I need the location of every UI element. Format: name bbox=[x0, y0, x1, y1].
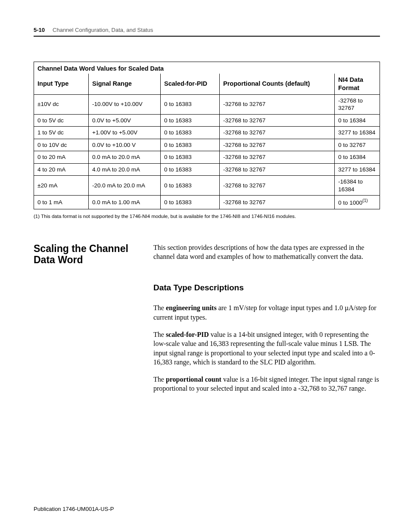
col-head-prop-counts: Proportional Counts (default) bbox=[220, 74, 335, 94]
table-row: 0 to 10V dc 0.0V to +10.00 V 0 to 16383 … bbox=[34, 139, 380, 151]
cell: 0 to 5V dc bbox=[34, 114, 89, 127]
chapter-title: Channel Configuration, Data, and Status bbox=[53, 27, 153, 33]
section-heading-column: Scaling the Channel Data Word bbox=[34, 243, 141, 401]
cell: 0 to 16384 bbox=[335, 114, 380, 127]
cell: 0.0V to +5.00V bbox=[89, 114, 161, 127]
col-head-input-type: Input Type bbox=[34, 74, 89, 94]
cell: -32768 to 32767 bbox=[220, 94, 335, 114]
term-engineering-units: engineering units bbox=[166, 304, 217, 311]
cell: 0 to 16383 bbox=[161, 151, 220, 164]
cell: 4.0 mA to 20.0 mA bbox=[89, 163, 161, 176]
cell: -32768 to 32767 bbox=[220, 196, 335, 209]
cell: ±10V dc bbox=[34, 94, 89, 114]
cell: 0 to 16383 bbox=[161, 196, 220, 209]
cell: +1.00V to +5.00V bbox=[89, 127, 161, 139]
cell: 0.0 mA to 20.0 mA bbox=[89, 151, 161, 164]
page-number: 5-10 bbox=[34, 27, 45, 33]
cell: 0.0 mA to 1.00 mA bbox=[89, 196, 161, 209]
subheading: Data Type Descriptions bbox=[153, 282, 380, 293]
col-head-scaled-pid: Scaled-for-PID bbox=[161, 74, 220, 94]
cell: 0 to 16383 bbox=[161, 94, 220, 114]
table-row: 0 to 1 mA 0.0 mA to 1.00 mA 0 to 16383 -… bbox=[34, 196, 380, 209]
text: The bbox=[153, 376, 166, 383]
cell: 0.0V to +10.00 V bbox=[89, 139, 161, 151]
intro-paragraph: This section provides descriptions of ho… bbox=[153, 243, 380, 261]
table-row: ±10V dc -10.00V to +10.00V 0 to 16383 -3… bbox=[34, 94, 380, 114]
cell: 0 to 16383 bbox=[161, 127, 220, 139]
table-footnote: (1) This data format is not supported by… bbox=[34, 214, 380, 219]
cell: 0 to 16383 bbox=[161, 176, 220, 196]
table-row: 0 to 20 mA 0.0 mA to 20.0 mA 0 to 16383 … bbox=[34, 151, 380, 164]
cell: -10.00V to +10.00V bbox=[89, 94, 161, 114]
table-title: Channel Data Word Values for Scaled Data bbox=[34, 62, 380, 74]
cell: 3277 to 16384 bbox=[335, 127, 380, 139]
cell: -32768 to 32767 bbox=[335, 94, 380, 114]
page-header: 5-10 Channel Configuration, Data, and St… bbox=[34, 27, 380, 33]
cell: -32768 to 32767 bbox=[220, 151, 335, 164]
cell: -32768 to 32767 bbox=[220, 176, 335, 196]
cell: 0 to 20 mA bbox=[34, 151, 89, 164]
paragraph-scaled-for-pid: The scaled-for-PID value is a 14-bit uns… bbox=[153, 330, 380, 367]
text: The bbox=[153, 304, 166, 311]
table-row: 0 to 5V dc 0.0V to +5.00V 0 to 16383 -32… bbox=[34, 114, 380, 127]
cell: 0 to 1000 bbox=[338, 199, 362, 206]
table-header-row: Input Type Signal Range Scaled-for-PID P… bbox=[34, 74, 380, 94]
cell: 0 to 16383 bbox=[161, 114, 220, 127]
col-head-signal-range: Signal Range bbox=[89, 74, 161, 94]
term-scaled-for-pid: scaled-for-PID bbox=[166, 331, 209, 338]
paragraph-engineering-units: The engineering units are 1 mV/step for … bbox=[153, 303, 380, 322]
term-proportional-count: proportional count bbox=[166, 376, 221, 383]
cell: 0 to 10V dc bbox=[34, 139, 89, 151]
footnote-ref: (1) bbox=[362, 198, 367, 203]
document-page: 5-10 Channel Configuration, Data, and St… bbox=[0, 0, 411, 418]
cell: 0 to 1 mA bbox=[34, 196, 89, 209]
section-heading: Scaling the Channel Data Word bbox=[34, 243, 141, 266]
table-row: ±20 mA -20.0 mA to 20.0 mA 0 to 16383 -3… bbox=[34, 176, 380, 196]
publication-id: Publication 1746-UM001A-US-P bbox=[34, 506, 114, 512]
body-section: Scaling the Channel Data Word This secti… bbox=[34, 243, 380, 401]
text: The bbox=[153, 331, 166, 338]
col-head-ni4-format: NI4 Data Format bbox=[335, 74, 380, 94]
header-rule bbox=[34, 36, 380, 37]
data-table: Channel Data Word Values for Scaled Data… bbox=[34, 62, 380, 209]
table-row: 4 to 20 mA 4.0 mA to 20.0 mA 0 to 16383 … bbox=[34, 163, 380, 176]
section-content-column: This section provides descriptions of ho… bbox=[153, 243, 380, 401]
cell-with-footnote: 0 to 1000(1) bbox=[335, 196, 380, 209]
cell: 4 to 20 mA bbox=[34, 163, 89, 176]
cell: 0 to 16384 bbox=[335, 151, 380, 164]
cell: ±20 mA bbox=[34, 176, 89, 196]
cell: 3277 to 16384 bbox=[335, 163, 380, 176]
table-row: 1 to 5V dc +1.00V to +5.00V 0 to 16383 -… bbox=[34, 127, 380, 139]
cell: -32768 to 32767 bbox=[220, 127, 335, 139]
cell: 0 to 16383 bbox=[161, 139, 220, 151]
cell: -32768 to 32767 bbox=[220, 163, 335, 176]
cell: -16384 to 16384 bbox=[335, 176, 380, 196]
cell: -32768 to 32767 bbox=[220, 139, 335, 151]
cell: 1 to 5V dc bbox=[34, 127, 89, 139]
cell: -32768 to 32767 bbox=[220, 114, 335, 127]
cell: -20.0 mA to 20.0 mA bbox=[89, 176, 161, 196]
paragraph-proportional-count: The proportional count value is a 16-bit… bbox=[153, 375, 380, 393]
cell: 0 to 16383 bbox=[161, 163, 220, 176]
cell: 0 to 32767 bbox=[335, 139, 380, 151]
